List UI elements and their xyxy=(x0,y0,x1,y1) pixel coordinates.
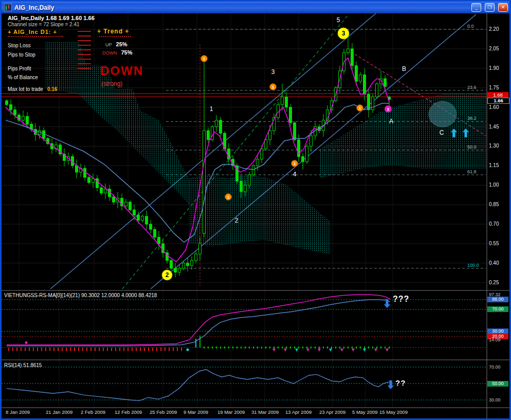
histogram-bar-red xyxy=(49,348,50,351)
price-scale-label[interactable]: 2.20 xyxy=(489,26,499,32)
signal-arrow-down xyxy=(386,349,389,352)
wave-label: 4 xyxy=(293,171,297,178)
time-axis-label[interactable]: 13 Apr 2009 xyxy=(285,409,312,415)
signal-arrow-down xyxy=(352,349,355,352)
signal-arrow-down xyxy=(284,349,287,352)
histogram-dot-green xyxy=(380,346,381,349)
trend-down-label: DOWN xyxy=(102,50,117,56)
histogram-dot-green xyxy=(265,346,266,349)
signal-arrow-down xyxy=(272,349,276,352)
time-axis-label[interactable]: 9 Mar 2009 xyxy=(184,409,208,415)
rsi-label: RSI(14) 51.8615 xyxy=(4,362,42,368)
histogram-dot-green xyxy=(331,346,332,349)
time-axis-label[interactable]: 31 Mar 2009 xyxy=(251,409,279,415)
histogram-bar-red xyxy=(136,348,137,351)
histogram-dot-green xyxy=(302,346,303,349)
rsi-question-annotation: ?? xyxy=(395,378,406,387)
histogram-dot-green xyxy=(290,346,291,349)
price-scale-label[interactable]: 1.15 xyxy=(489,162,499,168)
rsi-scale-label[interactable]: 50.00 xyxy=(487,381,508,387)
histogram-bar-red xyxy=(156,348,157,351)
fib-level-label: 23.6 xyxy=(467,85,477,90)
price-marker-current: 1.66 xyxy=(487,98,509,104)
restore-button[interactable]: ❐ xyxy=(485,3,495,12)
price-scale-label[interactable]: 1.60 xyxy=(489,104,499,110)
histogram-bar-red xyxy=(148,348,149,351)
price-scale-label[interactable]: 0.40 xyxy=(489,260,499,266)
price-scale-label[interactable]: 1.00 xyxy=(489,182,499,188)
histogram-dot-green xyxy=(389,346,390,349)
histogram-dot-green xyxy=(339,346,340,349)
time-axis-label[interactable]: 5 May 2009 xyxy=(352,409,378,415)
time-axis-label[interactable]: 19 Mar 2009 xyxy=(217,409,245,415)
window-title: AIG_Inc,Daily xyxy=(14,4,468,11)
price-scale-label[interactable]: 1.30 xyxy=(489,143,499,149)
time-axis-label[interactable]: 25 Feb 2009 xyxy=(150,409,177,415)
histogram-dot-green xyxy=(228,346,229,349)
histogram-dot-green xyxy=(298,346,299,349)
histogram-bar-red xyxy=(169,348,170,351)
chart-area[interactable]: 0.023.638.250.061.8100.012345ABC32111112… xyxy=(2,13,509,418)
red-dotted-line xyxy=(99,36,131,37)
histogram-dot-green xyxy=(352,346,353,349)
time-axis-label[interactable]: 21 Jan 2009 xyxy=(46,409,72,415)
signal-dot xyxy=(187,349,189,351)
histogram-bar-red xyxy=(45,348,46,351)
histogram-dot-green xyxy=(368,346,369,349)
price-scale-label[interactable]: 0.70 xyxy=(489,221,499,227)
histogram-bar-red xyxy=(132,348,133,351)
trend-panel-title: + Trend + xyxy=(97,28,129,35)
price-scale-label[interactable]: 1.75 xyxy=(489,85,499,90)
pips-to-stop-label: Pips to Stop xyxy=(8,52,35,58)
symbol-info: + AIG_Inc D1: + xyxy=(8,29,57,35)
titlebar[interactable]: AIG_Inc,Daily _ ❐ ✕ xyxy=(2,2,509,13)
rsi-scale-label[interactable]: 30.00 xyxy=(487,397,508,403)
histogram-bar-red xyxy=(78,348,79,351)
histogram-dot-green xyxy=(236,346,238,349)
down-arrow[interactable] xyxy=(384,299,390,308)
histogram-bar-red xyxy=(107,348,108,351)
fib-level-label: 38.2 xyxy=(467,116,477,121)
time-axis-label[interactable]: 12 Feb 2009 xyxy=(115,409,142,415)
time-axis-label[interactable]: 15 May 2009 xyxy=(379,409,408,415)
histogram-dot-green xyxy=(372,346,373,349)
histogram-dot-green xyxy=(232,346,233,349)
trend-up-value: 25% xyxy=(116,41,127,47)
histogram-bar-red xyxy=(123,348,124,351)
minimize-button[interactable]: _ xyxy=(471,3,481,12)
time-axis-label[interactable]: 8 Jan 2009 xyxy=(6,409,30,415)
trend-down-value: 75% xyxy=(121,49,133,56)
price-scale-label[interactable]: 0.85 xyxy=(489,202,499,207)
histogram-bar-red xyxy=(41,348,42,351)
indicator1-scale-label[interactable]: 30.00 xyxy=(487,328,508,334)
wave-label: C xyxy=(440,129,444,136)
ichimoku-cloud xyxy=(320,94,487,177)
histogram-bar-red xyxy=(82,348,83,351)
highlight-ellipse[interactable] xyxy=(429,101,457,127)
histogram-dot-green xyxy=(323,346,324,349)
red-dash-marker xyxy=(78,59,91,60)
indicator1-scale-label[interactable]: 70.00 xyxy=(487,306,508,312)
histogram-bar-red xyxy=(152,348,153,351)
close-button[interactable]: ✕ xyxy=(498,3,508,12)
histogram-dot-green xyxy=(335,346,336,349)
histogram-dot-green xyxy=(208,346,209,349)
price-scale-label[interactable]: 0.25 xyxy=(489,280,499,285)
price-scale-label[interactable]: 0.55 xyxy=(489,241,499,246)
price-marker-red: 1.68 xyxy=(487,92,508,98)
signal-arrow-down xyxy=(318,349,321,352)
price-scale-label[interactable]: 1.45 xyxy=(489,124,499,130)
trend-up-label: UP xyxy=(105,42,112,47)
time-axis-label[interactable]: 23 Apr 2009 xyxy=(319,409,345,415)
indicator1-scale-label[interactable]: 14.09 xyxy=(487,337,508,343)
price-scale-label[interactable]: 1.90 xyxy=(489,65,499,71)
price-scale-label[interactable]: 2.05 xyxy=(489,46,499,51)
time-axis-label[interactable]: 2 Feb 2009 xyxy=(81,409,105,415)
yellow-circle-number: 2 xyxy=(166,271,169,279)
rsi-scale-label[interactable]: 70.00 xyxy=(487,364,508,370)
histogram-dot-green xyxy=(241,346,242,349)
chart-canvas: 0.023.638.250.061.8100.012345ABC32111112 xyxy=(2,13,509,420)
indicator1-scale-label[interactable]: 88.00 xyxy=(487,297,508,302)
chart-icon xyxy=(4,4,12,11)
trend-up-row: UP25% xyxy=(105,41,127,47)
